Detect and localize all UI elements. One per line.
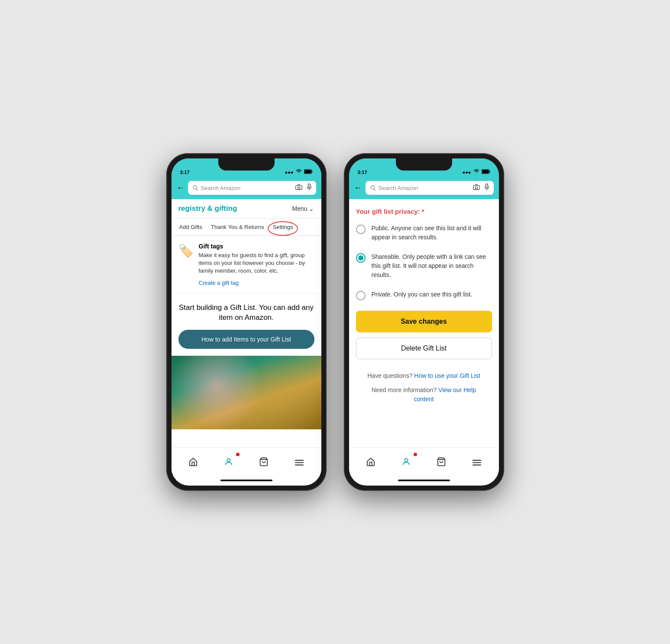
tab-thank-you[interactable]: Thank You & Returns — [207, 219, 269, 235]
account-dot-1 — [236, 453, 240, 456]
svg-point-17 — [371, 186, 374, 189]
search-icon-1 — [192, 185, 198, 191]
gift-tags-title: Gift tags — [199, 243, 314, 250]
radio-selected-dot — [358, 255, 363, 261]
search-icon-2 — [370, 185, 376, 191]
nav-home-2[interactable] — [361, 454, 381, 472]
search-placeholder-2: Search Amazon — [379, 185, 470, 191]
home-icon-1 — [188, 457, 198, 469]
svg-rect-15 — [489, 171, 489, 173]
nav-cart-2[interactable] — [431, 454, 451, 473]
phone-home-bar-2 — [349, 478, 499, 486]
svg-point-9 — [227, 458, 230, 461]
nav-cart-1[interactable] — [254, 454, 274, 473]
back-button-2[interactable]: ← — [354, 184, 362, 193]
nav-account-1[interactable] — [219, 454, 239, 473]
svg-point-20 — [475, 187, 477, 189]
svg-rect-2 — [304, 170, 311, 173]
help-line-2: Need more information? View our Help con… — [363, 386, 485, 404]
help-line-1: Have questions? How to use your Gift Lis… — [363, 371, 485, 380]
privacy-option-private[interactable]: Private. Only you can see this gift list… — [356, 290, 492, 300]
search-bar-2: ← Search Amazon — [349, 177, 499, 199]
svg-point-3 — [193, 186, 197, 189]
gift-tags-section: 🏷️ Gift tags Make it easy for guests to … — [172, 236, 321, 294]
svg-rect-1 — [311, 171, 312, 173]
privacy-content: Your gift list privacy: * Public. Anyone… — [349, 199, 499, 421]
camera-icon-1[interactable] — [295, 184, 302, 192]
search-actions-2 — [473, 184, 489, 192]
phone-home-bar-1 — [172, 478, 321, 486]
status-bar-1: 3:17 ●●● — [172, 158, 321, 177]
privacy-option-public[interactable]: Public. Anyone can see this list and it … — [356, 224, 492, 242]
build-title: Start building a Gift List. You can add … — [178, 303, 314, 323]
search-container-1[interactable]: Search Amazon — [188, 181, 316, 195]
help-link-1[interactable]: How to use your Gift List — [414, 372, 480, 379]
hamburger-icon-2 — [472, 457, 482, 469]
account-icon-2 — [401, 457, 411, 469]
radio-shareable[interactable] — [356, 253, 366, 263]
how-to-button[interactable]: How to add Items to your Gift List — [178, 330, 314, 349]
svg-line-18 — [374, 189, 375, 190]
privacy-label-shareable: Shareable. Only people with a link can s… — [372, 252, 492, 280]
status-icons-2: ●●● — [463, 169, 490, 175]
radio-private[interactable] — [356, 291, 366, 300]
status-bar-2: 3:17 ●●● — [349, 158, 499, 177]
signal-icon-2: ●●● — [463, 170, 471, 175]
svg-point-6 — [298, 187, 300, 189]
mic-icon-2[interactable] — [484, 184, 489, 192]
time-2: 3:17 — [358, 170, 367, 175]
time-1: 3:17 — [180, 170, 190, 175]
create-gift-tag-link[interactable]: Create a gift tag — [199, 280, 239, 286]
wifi-icon-1 — [296, 169, 302, 175]
battery-icon-2 — [482, 169, 490, 175]
account-icon-1 — [224, 457, 233, 469]
status-icons-1: ●●● — [285, 169, 313, 175]
privacy-label-public: Public. Anyone can see this list and it … — [372, 224, 492, 242]
phone-2: 3:17 ●●● — [344, 153, 504, 491]
content-1: registry & gifting Menu ⌄ Add Gifts Than… — [172, 199, 321, 448]
battery-icon-1 — [304, 169, 313, 175]
nav-home-1[interactable] — [183, 454, 203, 472]
search-bar-1: ← Search Amazon — [172, 177, 321, 199]
required-asterisk: * — [422, 208, 424, 215]
privacy-question: Your gift list privacy: * — [356, 208, 492, 215]
search-container-2[interactable]: Search Amazon — [366, 181, 494, 195]
privacy-label-private: Private. Only you can see this gift list… — [372, 290, 473, 299]
wifi-icon-2 — [473, 169, 479, 175]
gift-tags-content: Gift tags Make it easy for guests to fin… — [199, 243, 314, 287]
svg-point-23 — [405, 458, 408, 461]
cart-icon-1 — [259, 457, 269, 469]
nav-account-2[interactable] — [396, 454, 416, 473]
svg-rect-7 — [308, 184, 310, 187]
menu-button[interactable]: Menu ⌄ — [292, 205, 314, 212]
svg-rect-16 — [482, 170, 489, 173]
account-dot-2 — [414, 453, 417, 456]
content-2: Your gift list privacy: * Public. Anyone… — [349, 199, 499, 448]
svg-line-4 — [196, 189, 197, 190]
home-icon-2 — [366, 457, 375, 469]
signal-icon-1: ●●● — [285, 170, 294, 175]
save-changes-button[interactable]: Save changes — [356, 311, 492, 332]
bottom-nav-1 — [172, 448, 321, 478]
tabs-row: Add Gifts Thank You & Returns Settings — [172, 219, 321, 236]
registry-header: registry & gifting Menu ⌄ — [172, 199, 321, 219]
phone-1: 3:17 ●●● — [166, 153, 327, 491]
mic-icon-1[interactable] — [307, 184, 312, 192]
radio-public[interactable] — [356, 225, 366, 234]
delete-gift-list-button[interactable]: Delete Gift List — [356, 338, 492, 359]
tab-settings[interactable]: Settings — [269, 219, 298, 235]
svg-rect-21 — [486, 184, 488, 187]
cart-icon-2 — [437, 457, 446, 469]
gift-image — [172, 356, 321, 429]
gift-tags-description: Make it easy for guests to find a gift, … — [199, 251, 314, 275]
nav-menu-2[interactable] — [467, 454, 487, 472]
tab-add-gifts[interactable]: Add Gifts — [175, 219, 207, 235]
privacy-option-shareable[interactable]: Shareable. Only people with a link can s… — [356, 252, 492, 280]
back-button-1[interactable]: ← — [177, 184, 184, 193]
build-section: Start building a Gift List. You can add … — [172, 294, 321, 356]
search-actions-1 — [295, 184, 312, 192]
bottom-nav-2 — [349, 448, 499, 478]
camera-icon-2[interactable] — [473, 184, 480, 192]
nav-menu-1[interactable] — [289, 454, 309, 472]
help-section: Have questions? How to use your Gift Lis… — [356, 368, 492, 412]
